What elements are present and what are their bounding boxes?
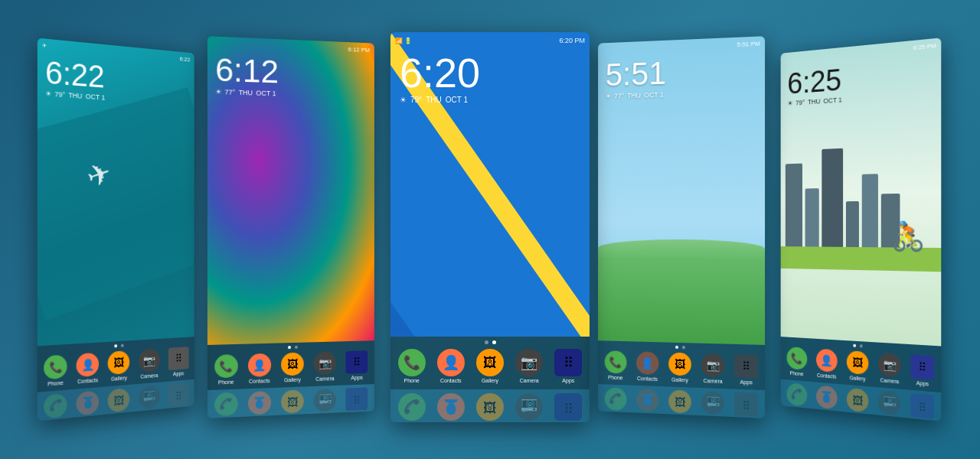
cyclist-icon: 🚴 (891, 220, 926, 254)
phone-4-statusbar: 5:51 PM (598, 36, 765, 57)
app-camera-5: 📷 Camera (878, 353, 901, 385)
app-phone-2: 📞 Phone (214, 354, 238, 386)
phone-icon[interactable]: 📞 (44, 354, 67, 379)
app-contacts-4: 👤 Contacts (636, 351, 658, 382)
phone-3-status-time: 6:20 PM (559, 37, 585, 44)
app-apps-3: ⠿ Apps (554, 349, 582, 383)
app-gallery-5: 🖼 Gallery (847, 350, 869, 382)
phone-1-status-time: 6:22 (180, 55, 191, 63)
phones-container: ✈ 6:22 6:22 ☀ 79° THU OCT 1 ✈ (0, 0, 980, 459)
app-phone-4: 📞 Phone (604, 350, 626, 380)
phone-1-time: 6:22 (45, 56, 105, 92)
dot-active (114, 344, 117, 347)
app-camera-3: 📷 Camera (515, 349, 543, 383)
app-camera-4: 📷 Camera (701, 353, 724, 384)
app-apps-5: ⠿ Apps (911, 355, 935, 388)
phone-2-status-time: 6:12 PM (348, 46, 371, 54)
app-phone-3: 📞 Phone (398, 349, 426, 383)
app-contacts-2: 👤 Contacts (248, 353, 271, 384)
phone-3-statusbar: 📶 🔋 6:20 PM (390, 32, 590, 49)
phone-2-time: 6:12 (215, 54, 279, 88)
app-contacts-3: 👤 Contacts (437, 349, 465, 383)
phone-5-statusbar: 6:25 PM (781, 37, 942, 67)
app-camera-2: 📷 Camera (314, 351, 336, 382)
phone-3-time: 6:20 (400, 52, 480, 93)
app-apps-2: ⠿ Apps (346, 350, 368, 380)
contacts-icon[interactable]: 👤 (77, 353, 99, 378)
phone-5: 6:25 PM 6:25 ☀ 79° THU OCT 1 (781, 37, 942, 421)
app-gallery-2: 🖼 Gallery (281, 353, 304, 383)
app-phone-5: 📞 Phone (786, 347, 807, 377)
phone-1: ✈ 6:22 6:22 ☀ 79° THU OCT 1 ✈ (38, 38, 194, 422)
apps-icon[interactable]: ⠿ (168, 347, 189, 370)
phone-4-time: 5:51 (606, 57, 666, 91)
app-contacts-5: 👤 Contacts (816, 349, 838, 379)
phone-4: 5:51 PM 5:51 ☀ 77° THU OCT 1 (598, 36, 765, 418)
gallery-icon[interactable]: 🖼 (108, 350, 130, 375)
app-gallery-4: 🖼 Gallery (668, 353, 691, 383)
app-gallery: 🖼 Gallery (108, 350, 130, 382)
app-gallery-3: 🖼 Gallery (476, 349, 504, 383)
phone-2: 6:12 PM 6:12 ☀ 77° THU OCT 1 (207, 36, 374, 418)
app-phone: 📞 Phone (44, 354, 67, 387)
phone-5-time: 6:25 (787, 64, 841, 99)
app-apps-4: ⠿ Apps (735, 354, 759, 386)
app-apps: ⠿ Apps (168, 347, 189, 377)
dot (121, 344, 124, 347)
camera-icon[interactable]: 📷 (139, 349, 160, 373)
phone-3: 📶 🔋 6:20 PM 6:20 ☀ 79° THU OCT 1 (390, 32, 590, 422)
app-contacts: 👤 Contacts (77, 353, 99, 385)
app-camera: 📷 Camera (139, 349, 160, 379)
